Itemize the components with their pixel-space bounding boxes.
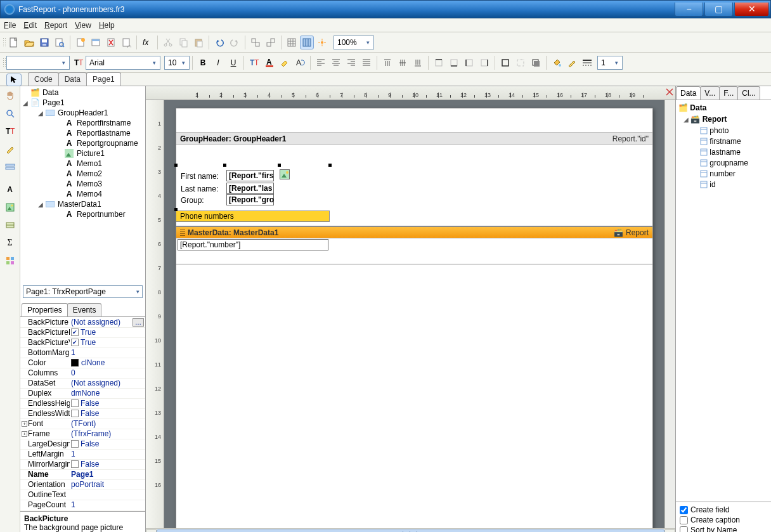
menu-view[interactable]: View bbox=[75, 21, 91, 30]
picture-object[interactable] bbox=[280, 169, 290, 179]
vertical-ruler[interactable]: 12345678910111213141516 bbox=[146, 100, 164, 528]
field-firstname[interactable]: [Report."firs bbox=[226, 170, 274, 181]
tree-item[interactable]: Memo1 bbox=[75, 159, 102, 168]
align-right-button[interactable] bbox=[344, 56, 358, 70]
righttab-classes[interactable]: Cl... bbox=[737, 86, 760, 100]
open-button[interactable] bbox=[22, 36, 36, 49]
prop-row[interactable]: +Frame(TfrxFrame) bbox=[20, 429, 145, 439]
zoom-tool[interactable] bbox=[3, 106, 18, 121]
tree-masterdata[interactable]: MasterData1 bbox=[56, 200, 101, 209]
prop-row[interactable]: DataSet(Not assigned) bbox=[20, 379, 145, 389]
prop-row[interactable]: EndlessHeighFalse bbox=[20, 399, 145, 409]
preview-button[interactable] bbox=[53, 36, 67, 49]
field-number[interactable]: [Report."number"] bbox=[178, 239, 328, 250]
toolbar-grip[interactable] bbox=[3, 37, 6, 48]
prop-row[interactable]: BackPicture(Not assigned)… bbox=[20, 318, 145, 328]
sort-by-name-checkbox[interactable]: Sort by Name bbox=[680, 525, 767, 532]
label-lastname[interactable]: Last name: bbox=[179, 184, 220, 194]
hand-tool[interactable] bbox=[3, 88, 18, 103]
fill-color-button[interactable] bbox=[550, 56, 564, 70]
frame-bottom-button[interactable] bbox=[447, 56, 461, 70]
menu-help[interactable]: Help bbox=[99, 21, 115, 30]
underline-button[interactable]: U bbox=[226, 56, 240, 70]
text-rotate-button[interactable]: A bbox=[293, 56, 307, 70]
align-to-grid-button[interactable] bbox=[300, 36, 314, 49]
tree-item[interactable]: Reportgroupname bbox=[75, 139, 138, 148]
horizontal-ruler[interactable]: 12345678910111213141516171819 bbox=[146, 86, 675, 100]
label-firstname[interactable]: First name: bbox=[179, 171, 221, 181]
tree-item[interactable]: Memo3 bbox=[75, 179, 102, 188]
tree-page1[interactable]: Page1 bbox=[41, 98, 65, 107]
report-tree[interactable]: 🗂️Data ◢📄Page1 ◢GroupHeader1 AReportfirs… bbox=[20, 86, 145, 283]
prop-row[interactable]: BottomMargin1 bbox=[20, 348, 145, 358]
copy-button[interactable] bbox=[176, 36, 190, 49]
highlight-button[interactable] bbox=[278, 56, 292, 70]
tab-page1[interactable]: Page1 bbox=[86, 72, 121, 86]
prop-row[interactable]: LeftMargin1 bbox=[20, 450, 145, 460]
band-groupheader[interactable]: GroupHeader: GroupHeader1 Report."id" Fi… bbox=[176, 133, 652, 226]
band-tool[interactable] bbox=[3, 159, 18, 174]
picture-object-tool[interactable] bbox=[3, 200, 18, 215]
prop-row[interactable]: BackPictureVi✔True bbox=[20, 338, 145, 348]
paste-button[interactable] bbox=[191, 36, 205, 49]
tab-code[interactable]: Code bbox=[28, 72, 59, 86]
frame-right-button[interactable] bbox=[477, 56, 491, 70]
prop-row[interactable]: LargeDesignHFalse bbox=[20, 439, 145, 450]
close-icon[interactable] bbox=[666, 88, 673, 96]
align-center-button[interactable] bbox=[329, 56, 343, 70]
new-button[interactable] bbox=[7, 36, 21, 49]
page-surface[interactable]: GroupHeader: GroupHeader1 Report."id" Fi… bbox=[176, 108, 653, 528]
righttab-data[interactable]: Data bbox=[676, 86, 701, 100]
font-color-button[interactable]: A bbox=[262, 56, 276, 70]
object-selector[interactable]: Page1: TfrxReportPage ▾ bbox=[23, 285, 143, 298]
righttab-variables[interactable]: V... bbox=[700, 86, 720, 100]
prop-row[interactable]: OrientationpoPortrait bbox=[20, 480, 145, 490]
frame-all-button[interactable] bbox=[498, 56, 512, 70]
bold-button[interactable]: B bbox=[196, 56, 210, 70]
datatree-report[interactable]: Report bbox=[703, 115, 727, 124]
prop-row[interactable]: BackPicturePr✔True bbox=[20, 328, 145, 338]
show-grid-button[interactable] bbox=[285, 36, 299, 49]
redo-button[interactable] bbox=[228, 36, 242, 49]
data-tree[interactable]: 🗂️ Data ◢ 🗃️ Report photo firstname last… bbox=[676, 100, 771, 502]
tree-item[interactable]: Memo4 bbox=[75, 190, 102, 198]
subreport-tool[interactable] bbox=[3, 217, 18, 233]
new-dialog-button[interactable] bbox=[89, 36, 103, 49]
tree-groupheader[interactable]: GroupHeader1 bbox=[56, 108, 108, 117]
design-canvas[interactable]: GroupHeader: GroupHeader1 Report."id" Fi… bbox=[164, 100, 664, 528]
data-field[interactable]: photo bbox=[676, 125, 771, 136]
italic-button[interactable]: I bbox=[211, 56, 225, 70]
memo-object-tool[interactable]: A bbox=[3, 182, 18, 197]
save-button[interactable] bbox=[37, 36, 51, 49]
yellow-header[interactable]: Phone numbers bbox=[176, 211, 330, 222]
menu-file[interactable]: File bbox=[4, 21, 16, 30]
properties-grid[interactable]: BackPicture(Not assigned)…BackPicturePr✔… bbox=[20, 317, 145, 512]
tree-item[interactable]: Reportlastname bbox=[75, 129, 131, 138]
canvas-hscroll[interactable]: ◂ ⋮⋮⋮ ▸ bbox=[146, 528, 675, 532]
font-settings-button[interactable]: TT bbox=[247, 56, 261, 70]
frame-shadow-button[interactable] bbox=[529, 56, 543, 70]
frame-width-combo[interactable]: 1▾ bbox=[597, 56, 623, 70]
other-objects-tool[interactable] bbox=[3, 253, 18, 268]
variables-button[interactable]: fx bbox=[140, 36, 154, 49]
fit-to-grid-button[interactable] bbox=[315, 36, 329, 49]
align-justify-button[interactable] bbox=[360, 56, 373, 70]
prop-row[interactable]: Columns0 bbox=[20, 368, 145, 379]
prop-row[interactable]: PageCount1 bbox=[20, 500, 145, 510]
minimize-button[interactable]: − bbox=[675, 3, 703, 16]
valign-bottom-button[interactable] bbox=[411, 56, 425, 70]
prop-row[interactable]: EndlessWidthFalse bbox=[20, 409, 145, 419]
tree-data[interactable]: Data bbox=[41, 88, 58, 97]
data-field[interactable]: firstname bbox=[676, 136, 771, 146]
frame-style-button[interactable] bbox=[580, 56, 594, 70]
prop-row[interactable]: MirrorMarginsFalse bbox=[20, 460, 145, 470]
prop-row[interactable]: DuplexdmNone bbox=[20, 389, 145, 399]
page-settings-button[interactable] bbox=[119, 36, 133, 49]
data-field[interactable]: number bbox=[676, 168, 771, 179]
close-button[interactable]: ✕ bbox=[734, 3, 769, 16]
canvas-vscroll[interactable] bbox=[664, 100, 675, 528]
align-left-button[interactable] bbox=[314, 56, 328, 70]
text-tool[interactable]: TT bbox=[3, 124, 18, 139]
band-masterdata[interactable]: MasterData: MasterData1 🗃️ Report [Repor… bbox=[176, 226, 652, 264]
label-group[interactable]: Group: bbox=[179, 195, 206, 205]
